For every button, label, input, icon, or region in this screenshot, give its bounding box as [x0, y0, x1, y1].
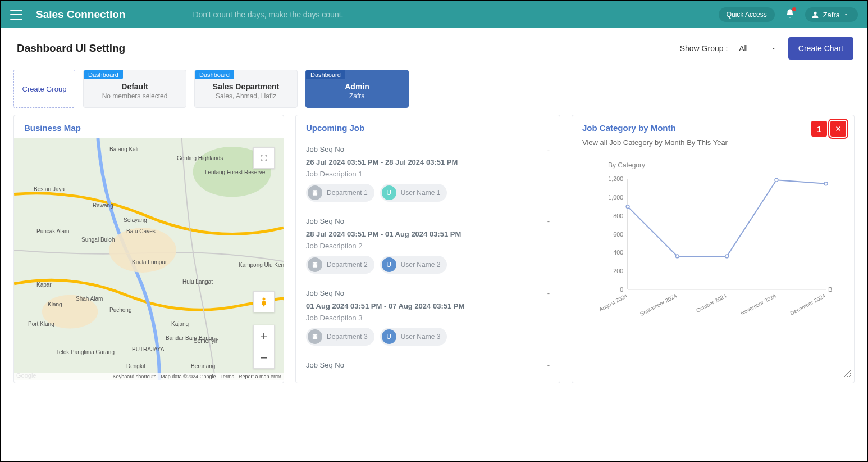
- job-item[interactable]: Job Seq No-26 Jul 2024 03:51 PM - 28 Jul…: [296, 138, 560, 210]
- jobs-list[interactable]: Job Seq No-26 Jul 2024 03:51 PM - 28 Jul…: [296, 138, 560, 383]
- svg-rect-11: [313, 262, 317, 267]
- job-item[interactable]: Job Seq No-28 Jul 2024 03:51 PM - 01 Aug…: [296, 210, 560, 282]
- resize-handle-icon[interactable]: [844, 369, 851, 379]
- group-card-admin[interactable]: Dashboard Admin Zafra: [305, 70, 409, 108]
- svg-text:1,000: 1,000: [608, 194, 623, 201]
- chevron-down-icon: [843, 12, 849, 17]
- user-chip[interactable]: UUser Name 1: [380, 184, 447, 202]
- svg-point-34: [824, 182, 828, 185]
- close-icon: [834, 125, 842, 133]
- department-label: Department 2: [327, 261, 368, 269]
- create-chart-button[interactable]: Create Chart: [788, 37, 853, 60]
- chevron-down-icon: [770, 45, 777, 52]
- group-members: Sales, Ahmad, Hafiz: [216, 92, 276, 100]
- map-place-label: Port Klang: [28, 321, 54, 327]
- svg-point-2: [109, 228, 176, 273]
- svg-rect-17: [314, 335, 314, 336]
- job-date-range: 26 Jul 2024 03:51 PM - 28 Jul 2024 03:51…: [306, 158, 550, 166]
- department-chip[interactable]: Department 3: [306, 328, 374, 346]
- zoom-in-button[interactable]: +: [254, 325, 274, 347]
- map-fullscreen-button[interactable]: [253, 147, 275, 169]
- department-chip[interactable]: Department 2: [306, 256, 374, 274]
- job-seq-no: Job Seq No: [306, 289, 344, 297]
- group-members: No members selected: [102, 92, 168, 100]
- svg-point-32: [725, 255, 729, 258]
- map-place-label: Batang Kali: [109, 146, 138, 152]
- svg-text:September 2024: September 2024: [639, 292, 678, 317]
- map-place-label: Hulu Langat: [182, 279, 213, 285]
- building-icon: [308, 257, 322, 272]
- job-item[interactable]: Job Seq No-01 Aug 2024 03:51 PM - 07 Aug…: [296, 282, 560, 354]
- top-bar: Sales Connection Don't count the days, m…: [1, 1, 867, 28]
- user-chip[interactable]: UUser Name 2: [380, 256, 447, 274]
- map-place-label: Kuala Lumpur: [132, 259, 167, 265]
- page-header: Dashboard UI Setting Show Group : All Cr…: [1, 28, 867, 70]
- svg-rect-9: [314, 192, 314, 193]
- svg-text:November 2024: November 2024: [739, 292, 777, 316]
- panel-title-map: Business Map: [14, 115, 284, 138]
- map-place-label: Dengkil: [126, 363, 145, 369]
- chart-badge-number: 1: [811, 121, 827, 137]
- map-place-label: Sungai Buloh: [81, 237, 115, 243]
- show-group-value: All: [739, 44, 748, 53]
- svg-point-33: [775, 178, 778, 182]
- map-place-label: Puncak Alam: [36, 228, 69, 234]
- map-keyboard-shortcuts[interactable]: Keyboard shortcuts: [113, 374, 157, 379]
- tagline-text: Don't count the days, make the days coun…: [193, 10, 718, 19]
- department-chip[interactable]: Department 1: [306, 184, 374, 202]
- map-place-label: Kapar: [36, 282, 52, 288]
- map-place-label: Kajang: [171, 321, 189, 327]
- svg-rect-16: [313, 334, 317, 339]
- user-name-label: Zafra: [823, 11, 840, 19]
- job-category-chart-panel: 1 Job Category by Month View all Job Cat…: [572, 115, 855, 383]
- svg-rect-20: [316, 336, 316, 337]
- notifications-bell-icon[interactable]: [785, 8, 795, 21]
- page-title: Dashboard UI Setting: [17, 42, 125, 55]
- zoom-out-button[interactable]: −: [254, 347, 274, 368]
- svg-point-5: [263, 298, 266, 301]
- map-place-label: Kampong Ulu Kenaboi: [239, 262, 284, 268]
- building-icon: [308, 185, 322, 200]
- map-place-label: Bestari Jaya: [34, 186, 65, 192]
- user-name-label: User Name 2: [401, 261, 441, 269]
- quick-access-button[interactable]: Quick Access: [719, 7, 775, 22]
- chart-close-button[interactable]: [830, 121, 846, 137]
- job-dash: -: [547, 361, 550, 369]
- create-group-button[interactable]: Create Group: [13, 70, 75, 108]
- job-dash: -: [547, 289, 550, 297]
- show-group-select[interactable]: All: [735, 42, 780, 55]
- map-terms-link[interactable]: Terms: [220, 374, 234, 379]
- map-canvas[interactable]: Batang KaliGenting HighlandsLentang Fore…: [14, 138, 284, 380]
- map-place-label: Lentang Forest Reserve: [205, 169, 265, 175]
- user-avatar-icon: U: [382, 329, 396, 344]
- building-icon: [308, 329, 322, 344]
- group-name: Sales Department: [213, 82, 279, 91]
- map-streetview-button[interactable]: [253, 291, 275, 312]
- job-date-range: 01 Aug 2024 03:51 PM - 07 Aug 2024 03:51…: [306, 302, 550, 310]
- map-zoom-control: + −: [253, 325, 275, 369]
- map-report-link[interactable]: Report a map error: [239, 374, 281, 379]
- group-card-default[interactable]: Dashboard Default No members selected: [83, 70, 186, 108]
- group-name: Default: [121, 82, 148, 91]
- svg-point-0: [814, 12, 816, 15]
- menu-hamburger-icon[interactable]: [10, 10, 22, 20]
- map-attribution: Keyboard shortcuts Map data ©2024 Google…: [14, 373, 284, 380]
- job-dash: -: [547, 145, 550, 153]
- job-dash: -: [547, 217, 550, 225]
- map-place-label: Klang: [48, 301, 62, 307]
- department-label: Department 1: [327, 189, 368, 197]
- svg-rect-10: [316, 192, 316, 193]
- svg-text:0: 0: [620, 286, 623, 293]
- user-chip[interactable]: UUser Name 3: [380, 328, 447, 346]
- group-card-sales-department[interactable]: Dashboard Sales Department Sales, Ahmad,…: [194, 70, 298, 108]
- group-badge: Dashboard: [195, 70, 234, 79]
- svg-text:800: 800: [613, 212, 623, 219]
- svg-rect-15: [316, 264, 316, 265]
- user-name-label: User Name 3: [401, 333, 441, 341]
- map-place-label: PUTRAJAYA: [132, 346, 164, 352]
- job-item[interactable]: Job Seq No-: [296, 354, 560, 377]
- user-menu[interactable]: Zafra: [805, 7, 858, 22]
- svg-point-31: [675, 255, 679, 258]
- svg-text:600: 600: [613, 231, 623, 238]
- line-chart: 02004006008001,0001,200August 2024Septem…: [600, 169, 832, 338]
